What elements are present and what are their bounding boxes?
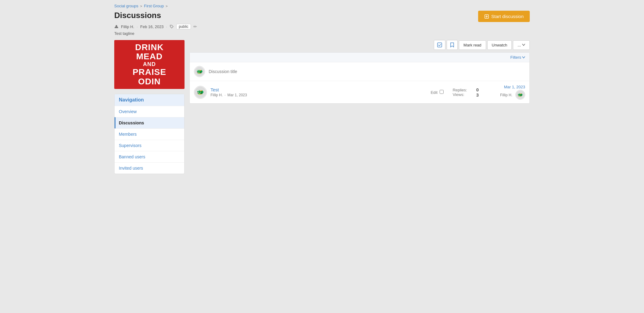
discussion-item: 🐲 Test Fillip H. · Mar 1, 2023 Ed [190,81,529,103]
unwatch-button[interactable]: Unwatch [487,40,512,50]
nav-item-invited-users[interactable]: Invited users [115,162,184,174]
breadcrumb-sep2: > [166,4,167,8]
avatar-dragon-icon: 🐲 [194,66,205,77]
edit-checkbox[interactable] [440,90,444,94]
page-title: Discussions [114,11,161,20]
chevron-down-icon [522,44,525,46]
content-area: Mark read Unwatch ... Filters [189,40,530,104]
breadcrumb-first-group[interactable]: First Group [144,4,164,8]
discussion-avatar: 🐲 [194,86,207,99]
bookmark-button[interactable] [447,40,458,50]
filter-row: Filters [190,53,529,62]
toolbar-row: Mark read Unwatch ... [189,40,530,50]
edit-icon [484,14,489,19]
discussion-sub: Fillip H. · Mar 1, 2023 [210,93,427,97]
svg-text:🐲: 🐲 [518,92,523,98]
new-discussion-input[interactable] [209,69,525,74]
discussion-main: Test Fillip H. · Mar 1, 2023 [210,87,427,97]
meta-date: Feb 16, 2023 [140,24,164,29]
new-discussion-row: 🐲 [190,62,529,81]
breadcrumb-sep1: > [140,4,142,8]
nav-item-members[interactable]: Members [115,128,184,140]
page-header: Discussions Start discussion [114,11,530,22]
meta-author: Fillip H. [121,24,134,29]
navigation-box: Navigation Overview Discussions Members … [114,94,185,174]
svg-text:🐲: 🐲 [197,88,204,95]
svg-text:🐲: 🐲 [196,68,203,75]
discussion-author: Fillip H. [210,93,223,97]
nav-item-banned-users[interactable]: Banned users [115,151,184,162]
last-reply-avatar: 🐲 [515,90,525,100]
more-options-button[interactable]: ... [513,40,530,50]
discussion-stats: Edit Replies: Views: 0 3 [431,87,479,98]
nav-item-discussions[interactable]: Discussions [115,117,184,128]
mark-read-button[interactable]: Mark read [459,40,486,50]
stat-values: 0 3 [476,87,479,98]
sidebar: DRINK MEAD AND PRAISE ODIN Navigation Ov… [114,40,185,174]
edit-pencil-icon[interactable]: ✏ [193,24,197,29]
discussion-last-user: Fillip H. [500,93,512,97]
meta-row: Fillip H. · Feb 16, 2023 · public ✏ [114,24,530,29]
breadcrumb: Social groups > First Group > [114,4,530,8]
discussions-panel: Filters 🐲 [189,52,530,104]
filters-button[interactable]: Filters [510,55,525,60]
breadcrumb-social-groups[interactable]: Social groups [114,4,138,8]
replies-stat: Replies: Views: [453,88,467,97]
group-image: DRINK MEAD AND PRAISE ODIN [114,40,185,89]
tag-badge: public [176,24,191,29]
svg-rect-3 [437,43,442,47]
navigation-title: Navigation [115,94,184,106]
current-user-avatar: 🐲 [194,66,205,77]
last-reply-avatar-icon: 🐲 [516,90,525,99]
discussion-title-link[interactable]: Test [210,87,427,92]
user-icon [114,24,119,29]
nav-item-overview[interactable]: Overview [115,106,184,117]
discussion-date: Mar 1, 2023 [227,93,247,97]
checkmark-icon [437,42,442,47]
edit-section: Edit [431,90,444,95]
checkmark-button[interactable] [434,40,445,50]
tag-icon [170,24,174,29]
main-layout: DRINK MEAD AND PRAISE ODIN Navigation Ov… [114,40,530,174]
start-discussion-button[interactable]: Start discussion [478,11,530,22]
discussion-author-avatar-icon: 🐲 [194,86,207,99]
tagline: Test tagline [114,31,530,36]
filters-chevron-icon [522,56,525,59]
discussion-date-col: Mar 1, 2023 Fillip H. 🐲 [482,85,525,100]
bookmark-icon [450,42,454,47]
svg-point-2 [171,26,171,26]
nav-item-supervisors[interactable]: Supervisors [115,140,184,151]
discussion-last-date-link[interactable]: Mar 1, 2023 [504,85,525,89]
